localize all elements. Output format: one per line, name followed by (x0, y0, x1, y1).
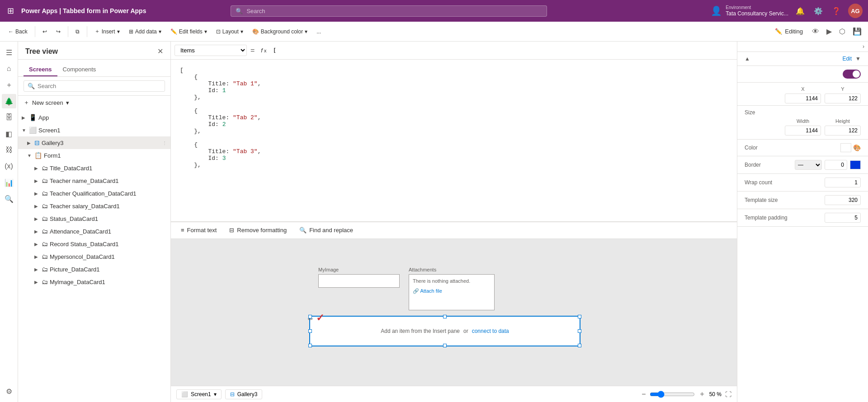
bg-color-button[interactable]: 🎨 Background color ▾ (249, 27, 311, 37)
width-input[interactable] (785, 126, 821, 136)
insert-button[interactable]: ＋ Insert ▾ (91, 26, 123, 37)
menu-icon[interactable]: ☰ (2, 45, 16, 60)
tree-item-datacard-8[interactable]: ▶ 🗂 Picture_DataCard1 (18, 263, 170, 276)
find-replace-button[interactable]: 🔍 Find and replace (293, 224, 359, 236)
expand-icon: ▶ (34, 267, 40, 272)
template-padding-input[interactable] (825, 213, 861, 223)
tree-item-datacard-3[interactable]: ▶ 🗂 Teacher salary_DataCard1 (18, 200, 170, 212)
edit-fields-button[interactable]: ✏️ Edit fields ▾ (167, 27, 211, 37)
analytics-icon[interactable]: 📊 (2, 175, 16, 190)
code-editor[interactable]: [ { Title: "Tab 1", Id: 1 }, { Title: "T… (171, 60, 737, 222)
sidebar-icons: ☰ ⌂ ＋ 🌲 🗄 ◧ ⛓ (x) 📊 🔍 ⚙ (0, 42, 18, 402)
wrap-count-input[interactable] (825, 178, 861, 187)
color-picker-button[interactable]: 🎨 (853, 144, 861, 151)
tree-item-form1[interactable]: ▼ 📋 Form1 (18, 149, 170, 162)
tree-item-datacard-1[interactable]: ▶ 🗂 Teacher name_DataCard1 (18, 174, 170, 187)
tree-close-button[interactable]: ✕ (157, 47, 163, 56)
search-input[interactable] (246, 8, 542, 14)
selection-handle-ml (308, 329, 312, 333)
tree-item-datacard-6[interactable]: ▶ 🗂 Record Status_DataCard1 (18, 238, 170, 250)
formula-input[interactable] (273, 47, 733, 54)
datacard-icon: 🗂 (42, 177, 48, 184)
height-input[interactable] (825, 126, 861, 136)
tree-item-datacard-2[interactable]: ▶ 🗂 Teacher Qualification_DataCard1 (18, 187, 170, 200)
myimage-input[interactable] (318, 274, 400, 288)
tree-item-datacard-0[interactable]: ▶ 🗂 Title_DataCard1 (18, 162, 170, 174)
back-button[interactable]: ← Back (5, 27, 31, 37)
connectors-icon[interactable]: ⛓ (2, 143, 16, 157)
notification-icon[interactable]: 🔔 (794, 5, 807, 17)
border-section: Border — (737, 156, 868, 174)
toggle-row (737, 66, 868, 83)
right-panel-collapse-button[interactable]: › (863, 43, 864, 50)
run-button[interactable]: ▶ (825, 25, 834, 37)
border-color-swatch[interactable] (850, 160, 861, 169)
help-icon[interactable]: ❓ (830, 5, 843, 17)
color-swatch[interactable] (840, 143, 851, 152)
tree-item-screen1[interactable]: ▼ ⬜ Screen1 (18, 124, 170, 136)
add-icon[interactable]: ＋ (2, 78, 16, 92)
waffle-icon[interactable]: ⊞ (5, 4, 16, 18)
tab-components[interactable]: Components (57, 63, 102, 76)
edit-button[interactable]: Edit (842, 56, 852, 62)
save-icon[interactable]: 💾 (851, 25, 863, 37)
y-input[interactable] (825, 93, 861, 103)
variables-icon[interactable]: (x) (2, 159, 16, 173)
tree-item-datacard-9[interactable]: ▶ 🗂 Mylmage_DataCard1 (18, 276, 170, 288)
tree-search-area: 🔍 (18, 77, 170, 96)
tree-view-icon[interactable]: 🌲 (2, 94, 16, 108)
zoom-in-button[interactable]: ＋ (698, 389, 706, 399)
zoom-out-button[interactable]: − (642, 390, 646, 398)
search-sidebar-icon[interactable]: 🔍 (2, 192, 16, 206)
redo-button[interactable]: ↪ (52, 27, 64, 37)
zoom-slider[interactable] (650, 391, 695, 398)
format-text-button[interactable]: ≡ Format text (175, 224, 223, 236)
undo-button[interactable]: ↩ (39, 27, 51, 37)
settings-icon[interactable]: ⚙️ (812, 5, 825, 17)
layout-button[interactable]: ⊡ Layout ▾ (212, 27, 247, 37)
gallery3-tab[interactable]: ⊟ Gallery3 (225, 389, 263, 399)
form-icon: 📋 (34, 152, 42, 159)
new-screen-button[interactable]: ＋ New screen ▾ (18, 96, 170, 109)
y-header-label: Y (825, 86, 861, 92)
back-icon: ← (8, 28, 14, 35)
tree-item-app[interactable]: ▶ 📱 App (18, 111, 170, 124)
fx-button[interactable]: fx (258, 46, 269, 55)
template-size-input[interactable] (825, 195, 861, 205)
size-label: Size (745, 109, 861, 116)
toggle-switch[interactable] (843, 70, 861, 79)
tree-item-datacard-5[interactable]: ▶ 🗂 Attendance_DataCard1 (18, 225, 170, 238)
fullscreen-button[interactable]: ⛶ (725, 391, 731, 398)
border-width-input[interactable] (825, 160, 847, 170)
add-data-button[interactable]: ⊞ Add data ▾ (125, 27, 165, 37)
template-padding-row: Template padding (745, 213, 861, 223)
home-icon[interactable]: ⌂ (2, 61, 16, 76)
gallery-placeholder[interactable]: ✏ ✓ Add an item from the Insert pane or … (309, 316, 580, 346)
env-label: Environment (726, 5, 788, 10)
tab-screens[interactable]: Screens (24, 63, 57, 76)
preview-icon[interactable]: 👁 (810, 26, 821, 37)
toolbar-sep-3 (87, 26, 87, 37)
tree-item-gallery3[interactable]: ▶ ⊟ Gallery3 ⋮ (18, 136, 170, 149)
copy-button[interactable]: ⧉ (72, 27, 83, 37)
remove-formatting-button[interactable]: ⊟ Remove formatting (223, 224, 293, 236)
bg-color-chevron-icon: ▾ (305, 28, 307, 35)
more-button[interactable]: ... (313, 27, 325, 37)
toolbar-right: ✏️ Editing 👁 ▶ ⬡ 💾 (771, 25, 863, 37)
avatar[interactable]: AG (848, 4, 863, 18)
screen1-tab[interactable]: ⬜ Screen1 ▾ (176, 389, 222, 399)
tree-item-datacard-4[interactable]: ▶ 🗂 Status_DataCard1 (18, 212, 170, 225)
x-input[interactable] (785, 93, 821, 103)
tree-search-input[interactable] (38, 83, 161, 89)
toolbar-sep-2 (68, 26, 68, 37)
drag-handle-icon: ⋮ (162, 140, 167, 145)
settings-sidebar-icon[interactable]: ⚙ (2, 384, 16, 398)
tree-item-datacard-7[interactable]: ▶ 🗂 Mypersoncol_DataCard1 (18, 250, 170, 263)
property-select[interactable]: Items (175, 45, 247, 56)
fx-icon: f (261, 47, 263, 54)
components-icon[interactable]: ◧ (2, 126, 16, 141)
attach-file-link[interactable]: 🔗 Attach file (413, 288, 491, 294)
publish-icon[interactable]: ⬡ (837, 25, 847, 37)
border-style-select[interactable]: — (795, 160, 822, 170)
data-icon[interactable]: 🗄 (2, 110, 16, 125)
